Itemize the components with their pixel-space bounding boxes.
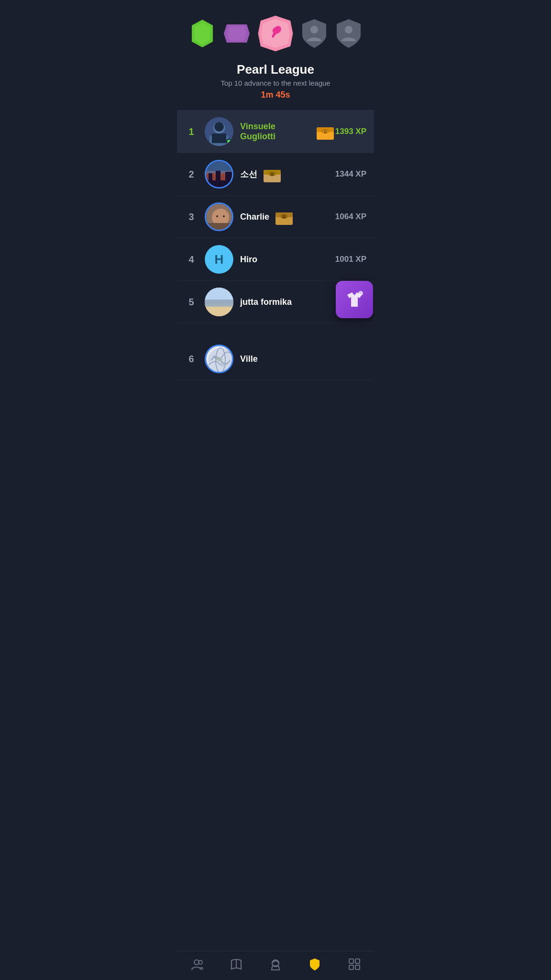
rank-number: 5 bbox=[185, 297, 198, 308]
league-title: Pearl League bbox=[187, 62, 364, 77]
league-header: Pearl League Top 10 advance to the next … bbox=[177, 57, 374, 102]
leaderboard: 1 Vinsuele Gugliotti bbox=[177, 111, 374, 380]
player-name: 소선 bbox=[240, 168, 257, 180]
rank-number: 1 bbox=[185, 126, 198, 137]
main-content: Pearl League Top 10 advance to the next … bbox=[177, 0, 374, 419]
badge-grey-shield-2 bbox=[334, 19, 364, 48]
online-indicator bbox=[226, 139, 232, 145]
rank-number: 6 bbox=[185, 354, 198, 365]
badge-pink-pearl bbox=[256, 14, 295, 53]
svg-point-33 bbox=[216, 215, 218, 217]
svg-marker-3 bbox=[227, 26, 246, 41]
player-info: Hiro bbox=[240, 255, 335, 265]
player-info: Ville bbox=[240, 354, 366, 364]
popup-chest[interactable] bbox=[336, 281, 373, 318]
badge-grey-shield-1 bbox=[299, 19, 329, 48]
rank-number: 2 bbox=[185, 169, 198, 180]
player-name: jutta formika bbox=[240, 297, 292, 307]
table-row: 4 H Hiro 1001 XP bbox=[177, 238, 374, 281]
player-name: Ville bbox=[240, 354, 258, 364]
avatar bbox=[205, 160, 233, 189]
svg-point-8 bbox=[345, 26, 353, 33]
xp-value: 1393 XP bbox=[335, 127, 366, 136]
table-row: 1 Vinsuele Gugliotti bbox=[177, 111, 374, 153]
svg-rect-13 bbox=[212, 134, 226, 143]
avatar bbox=[205, 288, 233, 316]
badge-purple-gem bbox=[222, 19, 252, 48]
player-info: Charlie bbox=[240, 207, 335, 227]
avatar: H bbox=[205, 245, 233, 274]
chest-icon bbox=[262, 164, 282, 184]
rank-number: 3 bbox=[185, 212, 198, 223]
avatar bbox=[205, 117, 233, 146]
svg-rect-38 bbox=[283, 216, 286, 219]
svg-rect-23 bbox=[209, 173, 212, 183]
svg-point-7 bbox=[310, 26, 318, 33]
player-name: Hiro bbox=[240, 255, 257, 265]
table-row: 6 Ville bbox=[177, 338, 374, 380]
xp-value: 1001 XP bbox=[335, 255, 366, 264]
svg-point-34 bbox=[223, 215, 225, 217]
chest-icon bbox=[274, 207, 294, 227]
table-row: 3 Charlie bbox=[177, 196, 374, 238]
svg-rect-18 bbox=[324, 131, 327, 134]
league-timer: 1m 45s bbox=[187, 90, 364, 100]
chest-icon bbox=[315, 122, 335, 142]
svg-rect-32 bbox=[206, 223, 233, 231]
xp-value: 1344 XP bbox=[335, 169, 366, 179]
svg-point-43 bbox=[358, 291, 363, 296]
svg-rect-25 bbox=[225, 172, 232, 183]
league-badges-row bbox=[177, 0, 374, 57]
player-name: Charlie bbox=[240, 212, 269, 222]
player-name: Vinsuele Gugliotti bbox=[240, 122, 310, 142]
xp-value: 1064 XP bbox=[335, 212, 366, 222]
league-subtitle: Top 10 advance to the next league bbox=[187, 79, 364, 87]
player-info: jutta formika bbox=[240, 297, 336, 307]
badge-green-gem bbox=[187, 19, 217, 48]
avatar bbox=[205, 202, 233, 231]
svg-rect-24 bbox=[216, 171, 220, 183]
avatar bbox=[205, 345, 233, 373]
svg-rect-42 bbox=[205, 288, 233, 300]
svg-point-12 bbox=[214, 122, 224, 132]
svg-rect-29 bbox=[271, 174, 274, 176]
table-row: 2 소선 bbox=[177, 153, 374, 196]
rank-number: 4 bbox=[185, 254, 198, 265]
player-info: 소선 bbox=[240, 164, 335, 184]
player-info: Vinsuele Gugliotti bbox=[240, 122, 335, 142]
table-row: 5 jutta formika 803 XP bbox=[177, 281, 374, 323]
